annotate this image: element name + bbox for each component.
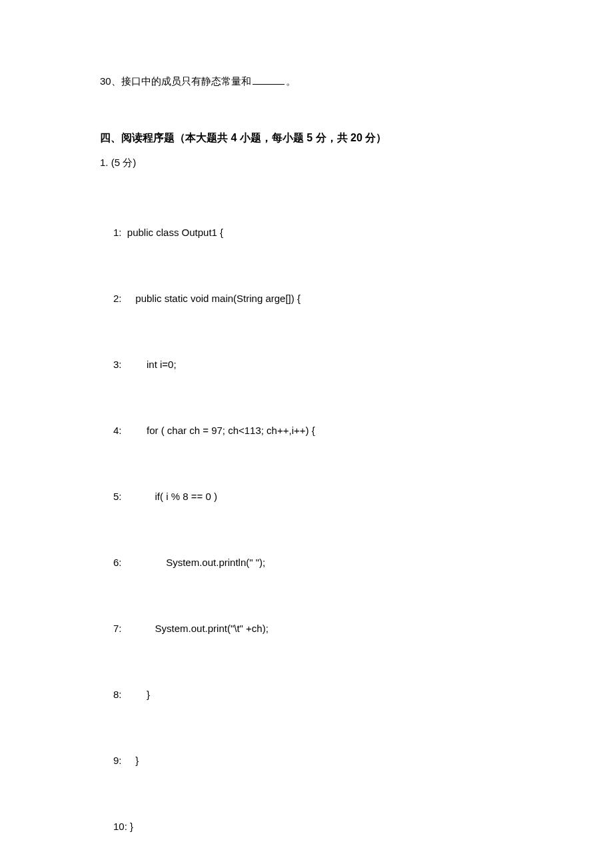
problem-1-code: 1: public class Output1 { 2: public stat… <box>100 177 513 868</box>
code-line: 3: int i=0; <box>113 353 513 375</box>
q30-suffix: 。 <box>286 75 296 87</box>
code-line: 1: public class Output1 { <box>113 221 513 243</box>
q30-prefix: 30、接口中的成员只有静态常量和 <box>100 75 251 87</box>
code-line: 5: if( i % 8 == 0 ) <box>113 485 513 507</box>
code-line: 2: public static void main(String arge[]… <box>113 287 513 309</box>
code-line: 10: } <box>113 815 513 837</box>
question-30: 30、接口中的成员只有静态常量和。 <box>100 73 513 89</box>
code-line: 4: for ( char ch = 97; ch<113; ch++,i++)… <box>113 419 513 441</box>
code-line: 9: } <box>113 749 513 771</box>
document-page: 30、接口中的成员只有静态常量和。 四、阅读程序题（本大题共 4 小题，每小题 … <box>0 0 613 868</box>
code-line: 7: System.out.print("\t" +ch); <box>113 617 513 639</box>
code-line: 8: } <box>113 683 513 705</box>
section-4-heading: 四、阅读程序题（本大题共 4 小题，每小题 5 分，共 20 分） <box>100 129 513 147</box>
problem-1: 1. (5 分) 1: public class Output1 { 2: pu… <box>100 155 513 868</box>
problem-1-head: 1. (5 分) <box>100 155 513 171</box>
code-line: 6: System.out.println(" "); <box>113 551 513 573</box>
fill-blank <box>253 75 285 85</box>
